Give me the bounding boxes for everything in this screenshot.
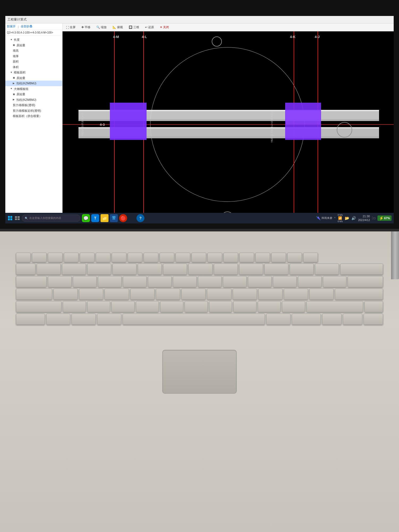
key-bracketl[interactable] [298,276,322,287]
key-pgdn[interactable] [303,253,318,262]
key-e[interactable] [98,276,122,287]
files-icon[interactable]: 📂 [345,216,349,220]
key-k[interactable] [233,289,257,300]
key-semicolon[interactable] [284,289,308,300]
key-t[interactable] [148,276,172,287]
key-shift-left[interactable] [16,301,61,312]
key-ins[interactable] [239,253,254,262]
app-icon-dark-blue[interactable]: 苦 [110,214,118,222]
key-f3[interactable] [64,253,78,262]
tree-item-original-qty2[interactable]: ▣ 原始量 [5,75,62,81]
key-f10[interactable] [176,253,190,262]
key-f[interactable] [130,289,155,300]
key-u[interactable] [198,276,222,287]
key-tab[interactable] [16,276,47,287]
tray-arrow[interactable]: ^ [334,217,336,220]
tree-item-wall-thickness[interactable]: 墙厚 [5,53,62,59]
key-v[interactable] [136,301,159,312]
canvas-3d[interactable]: 4-M 4-L 4-K 4-J 4-M 4-L 4-K 4-J 4-3 [63,31,394,223]
key-esc[interactable] [16,253,31,262]
key-ctrl-left[interactable] [16,314,45,325]
key-p[interactable] [273,276,297,287]
trackpad[interactable] [162,350,237,394]
key-alt-right[interactable] [266,314,290,325]
tree-item-original-qty1[interactable]: ▣ 原始量 [5,43,62,48]
key-end[interactable] [271,253,286,262]
key-quote[interactable] [309,289,334,300]
key-j[interactable] [207,289,231,300]
key-b[interactable] [160,301,183,312]
key-space[interactable] [123,314,265,325]
key-period[interactable] [258,301,281,312]
key-5[interactable] [138,264,162,275]
key-f12[interactable] [207,253,222,262]
toolbar-expand[interactable]: 部展开 [7,24,16,28]
key-f6[interactable] [112,253,126,262]
tree-item-wall-height[interactable]: 墙高 [5,48,62,53]
key-x[interactable] [87,301,110,312]
tree-item-kzmbmj1[interactable]: ▶ 扣柱(KZMBMJ) [5,81,62,86]
key-comma[interactable] [233,301,256,312]
tree-item-length[interactable]: ▼ 长度 [5,37,62,43]
key-right[interactable] [364,314,383,325]
key-7[interactable] [188,264,212,275]
key-fn[interactable] [46,314,70,325]
volume-icon[interactable]: 🔊 [351,216,356,220]
key-enter[interactable] [335,289,383,300]
tree-item-volume[interactable]: 体积 [5,64,62,70]
app-icon-red[interactable]: 🔴 [119,214,127,222]
key-f4[interactable] [80,253,94,262]
key-h[interactable] [181,289,206,300]
taskbar-search[interactable]: 🔍 在这里输入你想搜索的内容 [22,215,80,222]
key-z[interactable] [63,301,86,312]
tree-item-shear-wall[interactable]: 剪力墙模板(透明) [5,102,62,108]
btn-fullscreen[interactable]: ⛶ 全屏 [65,25,77,30]
btn-3d[interactable]: 🔲 三维 [127,25,140,30]
key-4[interactable] [113,264,136,275]
key-0[interactable] [264,264,288,275]
key-w[interactable] [73,276,97,287]
key-f5[interactable] [96,253,110,262]
key-9[interactable] [239,264,263,275]
key-f9[interactable] [160,253,174,262]
key-f11[interactable] [192,253,206,262]
key-8[interactable] [214,264,238,275]
btn-zoom[interactable]: 🔍 缩放 [95,25,108,30]
key-m[interactable] [209,301,232,312]
tree-item-large-formwork[interactable]: ▼ 大钢模板组 [5,86,62,92]
key-backslash[interactable] [348,276,383,287]
key-i[interactable] [223,276,247,287]
key-r[interactable] [123,276,147,287]
key-home[interactable] [255,253,270,262]
key-win-left[interactable] [72,314,96,325]
key-shift-right[interactable] [306,301,363,312]
key-l[interactable] [258,289,282,300]
key-ctrl-right[interactable] [292,314,321,325]
toolbar-collapse[interactable]: 全部折叠 [21,24,32,28]
btn-close[interactable]: ✕ 关闭 [159,25,170,30]
tree-item-original-qty3[interactable]: ▣ 原始量 [5,92,62,97]
key-caps[interactable] [16,289,52,300]
btn-restore[interactable]: ↩ 还原 [144,25,155,30]
key-slash[interactable] [282,301,305,312]
key-f7[interactable] [128,253,142,262]
key-q[interactable] [48,276,72,287]
key-3[interactable] [87,264,111,275]
tree-item-kzmbmj2[interactable]: ▶ 扣柱(KZMBMJ) [5,97,62,103]
key-6[interactable] [163,264,187,275]
key-d[interactable] [105,289,129,300]
key-2[interactable] [62,264,86,275]
tree-item-area[interactable]: 面积 [5,59,62,64]
key-backtick[interactable] [16,264,35,275]
key-f1[interactable] [32,253,47,262]
key-del[interactable] [223,253,238,262]
key-up[interactable] [364,301,383,312]
key-left[interactable] [322,314,342,325]
key-s[interactable] [79,289,103,300]
app-icon-blue[interactable]: T [91,214,99,222]
key-f2[interactable] [48,253,63,262]
key-pgup[interactable] [287,253,302,262]
btn-pan[interactable]: ✥ 平移 [80,25,92,30]
tree-item-shear-wall-area[interactable]: 剪力墙模板近积(透明) [5,108,62,114]
start-button[interactable] [7,215,13,221]
